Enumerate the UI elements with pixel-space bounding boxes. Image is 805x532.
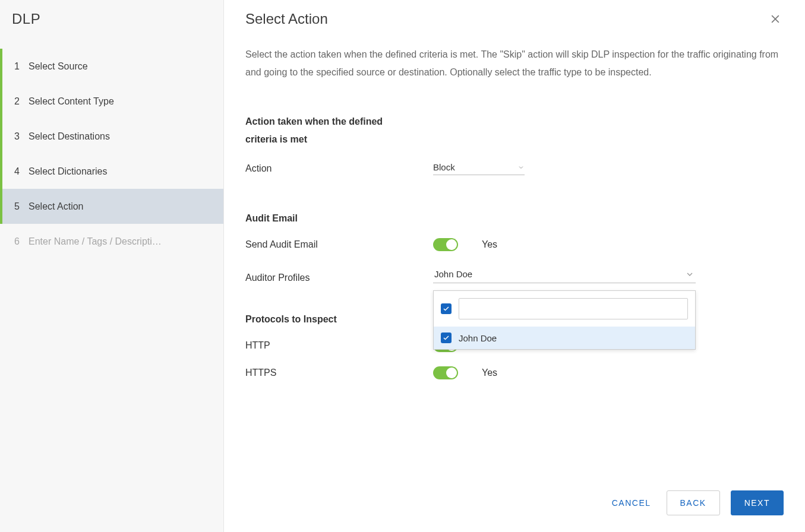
action-section-heading: Action taken when the defined criteria i… (245, 113, 406, 148)
back-button[interactable]: BACK (667, 490, 720, 515)
dropdown-header (434, 291, 695, 327)
option-label: John Doe (459, 333, 497, 343)
step-number: 4 (14, 166, 29, 177)
https-value: Yes (482, 368, 497, 378)
sidebar: DLP 1 Select Source 2 Select Content Typ… (0, 0, 224, 532)
step-number: 3 (14, 131, 29, 142)
step-number: 5 (14, 201, 29, 212)
step-select-destinations[interactable]: 3 Select Destinations (0, 119, 223, 154)
close-button[interactable] (767, 11, 784, 29)
auditor-profiles-control[interactable]: John Doe (433, 265, 696, 283)
dropdown-search-input[interactable] (459, 298, 688, 319)
step-label: Select Dictionaries (29, 166, 108, 177)
https-row: HTTPS Yes (245, 366, 784, 379)
step-enter-name: 6 Enter Name / Tags / Descripti… (0, 224, 223, 259)
http-label: HTTP (245, 340, 433, 351)
send-audit-toggle-wrap: Yes (433, 238, 497, 251)
step-label: Select Content Type (29, 96, 114, 107)
send-audit-row: Send Audit Email Yes (245, 238, 784, 251)
auditor-profiles-multiselect: John Doe (433, 265, 696, 283)
step-select-source[interactable]: 1 Select Source (0, 49, 223, 84)
step-label: Select Action (29, 201, 84, 212)
step-number: 1 (14, 61, 29, 72)
step-select-dictionaries[interactable]: 4 Select Dictionaries (0, 154, 223, 189)
https-label: HTTPS (245, 368, 433, 378)
action-field-row: Action Block (245, 162, 784, 175)
step-select-content-type[interactable]: 2 Select Content Type (0, 84, 223, 119)
auditor-profiles-label: Auditor Profiles (245, 273, 433, 283)
action-select[interactable]: Block (433, 162, 525, 175)
step-number: 6 (14, 236, 29, 247)
select-all-checkbox[interactable] (441, 303, 452, 314)
auditor-profiles-row: Auditor Profiles John Doe (245, 265, 784, 283)
send-audit-toggle[interactable] (433, 238, 458, 251)
checkmark-icon (443, 305, 450, 312)
wizard-footer: CANCEL BACK NEXT (245, 479, 784, 532)
dropdown-option-john-doe[interactable]: John Doe (434, 327, 695, 349)
send-audit-value: Yes (482, 239, 497, 250)
auditor-profiles-value: John Doe (434, 269, 472, 279)
https-toggle[interactable] (433, 366, 458, 379)
https-toggle-wrap: Yes (433, 366, 497, 379)
wizard-steps: 1 Select Source 2 Select Content Type 3 … (0, 49, 223, 259)
audit-section-heading: Audit Email (245, 213, 784, 224)
chevron-down-icon (685, 270, 694, 279)
main-content: Select Action Select the action taken wh… (224, 0, 805, 532)
chevron-down-icon (517, 164, 525, 171)
action-label: Action (245, 163, 433, 174)
close-icon (769, 13, 781, 25)
main-header: Select Action (245, 11, 784, 29)
step-label: Enter Name / Tags / Descripti… (29, 236, 162, 247)
action-value: Block (433, 162, 455, 172)
option-checkbox[interactable] (441, 332, 452, 343)
toggle-knob (446, 368, 457, 378)
auditor-profiles-dropdown: John Doe (433, 290, 696, 350)
toggle-knob (446, 239, 457, 250)
sidebar-title: DLP (0, 11, 223, 27)
next-button[interactable]: NEXT (731, 490, 784, 515)
send-audit-label: Send Audit Email (245, 239, 433, 250)
page-description: Select the action taken when the defined… (245, 46, 784, 81)
step-select-action[interactable]: 5 Select Action (0, 189, 223, 224)
step-label: Select Destinations (29, 131, 110, 142)
cancel-button[interactable]: CANCEL (607, 491, 656, 515)
checkmark-icon (443, 334, 450, 341)
page-title: Select Action (245, 11, 328, 27)
step-label: Select Source (29, 61, 88, 72)
step-number: 2 (14, 96, 29, 107)
